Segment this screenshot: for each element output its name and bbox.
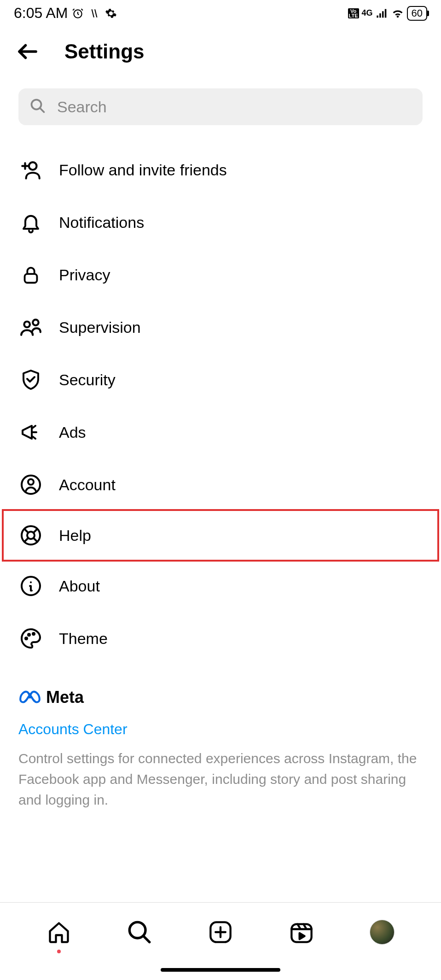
item-label: Account (59, 476, 116, 494)
status-time: 6:05 AM (14, 5, 68, 22)
search-input[interactable] (57, 98, 412, 116)
svg-rect-1 (377, 15, 378, 17)
slash-icon (88, 7, 101, 20)
lifebuoy-icon (18, 523, 43, 548)
search-bar[interactable] (18, 88, 423, 125)
people-icon (18, 315, 43, 340)
meta-section: Meta Accounts Center Control settings fo… (0, 665, 441, 829)
item-label: Follow and invite friends (59, 161, 227, 179)
meta-brand-text: Meta (46, 688, 84, 707)
status-right: Vo LTE 4G 60 (348, 6, 427, 21)
settings-list: Follow and invite friends Notifications … (0, 139, 441, 665)
account-icon (18, 472, 43, 497)
item-about[interactable]: About (18, 560, 423, 612)
home-indicator (161, 968, 280, 972)
status-bar: 6:05 AM Vo LTE 4G 60 (0, 0, 441, 24)
item-privacy[interactable]: Privacy (18, 249, 423, 301)
item-label: Help (59, 527, 91, 545)
item-theme[interactable]: Theme (18, 612, 423, 665)
svg-point-11 (28, 479, 34, 485)
notification-dot (57, 950, 61, 953)
item-supervision[interactable]: Supervision (18, 301, 423, 354)
item-label: About (59, 577, 100, 595)
bell-icon (18, 210, 43, 235)
page-title: Settings (64, 40, 145, 63)
svg-rect-3 (382, 11, 384, 17)
palette-icon (18, 626, 43, 651)
item-ads[interactable]: Ads (18, 406, 423, 458)
item-security[interactable]: Security (18, 354, 423, 406)
meta-description: Control settings for connected experienc… (18, 748, 423, 810)
signal-icon (376, 7, 389, 20)
svg-point-6 (29, 162, 37, 170)
alarm-icon (71, 7, 84, 20)
svg-point-8 (24, 322, 29, 328)
nav-home[interactable] (45, 918, 73, 946)
svg-point-17 (33, 633, 35, 635)
item-account[interactable]: Account (18, 458, 423, 511)
add-person-icon (18, 157, 43, 182)
network-type: 4G (362, 8, 373, 18)
lock-icon (18, 262, 43, 287)
avatar (370, 920, 395, 945)
back-button[interactable] (14, 38, 41, 65)
item-help[interactable]: Help (2, 509, 439, 562)
search-icon (29, 98, 46, 116)
nav-profile[interactable] (368, 918, 396, 946)
status-left: 6:05 AM (14, 5, 117, 22)
meta-infinity-icon (18, 689, 41, 706)
item-label: Theme (59, 630, 108, 648)
search-container (0, 79, 441, 139)
item-follow-invite[interactable]: Follow and invite friends (18, 144, 423, 196)
svg-rect-4 (384, 9, 386, 17)
page-header: Settings (0, 24, 441, 79)
volte-icon: Vo LTE (348, 8, 359, 18)
svg-rect-2 (379, 13, 381, 17)
svg-point-15 (25, 638, 27, 639)
item-label: Ads (59, 423, 86, 441)
gear-icon (104, 7, 117, 20)
nav-reels[interactable] (288, 918, 315, 946)
shield-check-icon (18, 367, 43, 392)
battery-indicator: 60 (407, 6, 427, 21)
svg-point-9 (33, 319, 39, 325)
info-icon (18, 574, 43, 598)
megaphone-icon (18, 420, 43, 445)
svg-rect-7 (25, 274, 37, 283)
svg-point-16 (28, 634, 30, 636)
wifi-icon (391, 7, 404, 20)
item-label: Security (59, 371, 116, 389)
svg-rect-20 (291, 924, 311, 942)
item-label: Privacy (59, 266, 110, 284)
nav-create[interactable] (207, 918, 234, 946)
meta-logo: Meta (18, 688, 423, 707)
accounts-center-link[interactable]: Accounts Center (18, 721, 423, 738)
item-label: Notifications (59, 214, 144, 232)
item-notifications[interactable]: Notifications (18, 196, 423, 249)
item-label: Supervision (59, 319, 141, 336)
nav-search[interactable] (126, 918, 153, 946)
